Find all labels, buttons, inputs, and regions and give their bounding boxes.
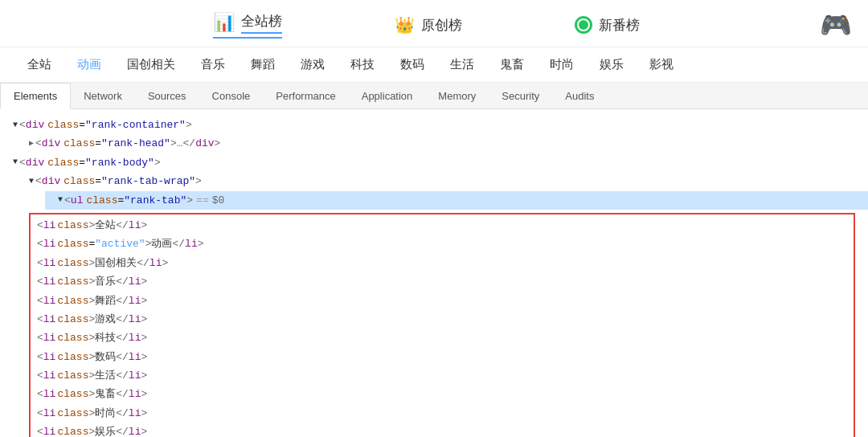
top-bar-item-all[interactable]: 📊 全站榜: [213, 12, 282, 39]
list-item-entertainment: <li class > 娱乐 </li>: [37, 423, 847, 437]
list-item-tech: <li class > 科技 </li>: [37, 329, 847, 347]
devtools-tabs: Elements Network Sources Console Perform…: [0, 83, 868, 109]
top-bar-label-original: 原创榜: [421, 16, 462, 35]
list-item-dance: <li class > 舞蹈 </li>: [37, 292, 847, 310]
tab-elements[interactable]: Elements: [0, 83, 71, 109]
circle-icon: [575, 16, 592, 34]
list-item-guochuang: <li class > 国创相关 </li>: [37, 254, 847, 272]
list-item-music: <li class > 音乐 </li>: [37, 272, 847, 291]
top-bar: 📊 全站榜 👑 原创榜 新番榜 🎮: [0, 0, 868, 47]
code-line-1: ▼ <div class="rank-container" >: [13, 116, 855, 134]
list-item-digital: <li class > 数码 </li>: [37, 348, 847, 366]
cat-game[interactable]: 游戏: [297, 55, 328, 74]
tab-security[interactable]: Security: [489, 84, 552, 108]
list-item-all: <li class > 全站 </li>: [37, 216, 847, 235]
triangle-icon-3[interactable]: ▼: [13, 155, 18, 169]
cat-anime[interactable]: 动画: [74, 55, 104, 74]
top-bar-item-new[interactable]: 新番榜: [575, 16, 640, 35]
tab-console[interactable]: Console: [199, 84, 264, 108]
tab-application[interactable]: Application: [349, 84, 426, 108]
list-item-fashion: <li class > 时尚 </li>: [37, 404, 847, 423]
tab-network[interactable]: Network: [71, 84, 135, 108]
cat-dance[interactable]: 舞蹈: [248, 55, 278, 74]
list-item-game: <li class > 游戏 </li>: [37, 310, 847, 329]
cat-tech[interactable]: 科技: [347, 55, 378, 74]
top-bar-item-original[interactable]: 👑 原创榜: [395, 15, 462, 35]
cat-music[interactable]: 音乐: [198, 55, 228, 74]
triangle-icon-5[interactable]: ▼: [58, 193, 63, 207]
list-item-ghost: <li class > 鬼畜 </li>: [37, 385, 847, 403]
triangle-icon-2[interactable]: ▶: [29, 137, 34, 151]
cat-fashion[interactable]: 时尚: [547, 55, 577, 74]
list-item-life: <li class > 生活 </li>: [37, 366, 847, 385]
cat-guochuang[interactable]: 国创相关: [124, 55, 178, 74]
tab-audits[interactable]: Audits: [552, 84, 607, 108]
crown-icon: 👑: [395, 15, 415, 35]
cat-entertainment[interactable]: 娱乐: [596, 55, 627, 74]
triangle-icon-4[interactable]: ▼: [29, 174, 34, 189]
code-line-3: ▼ <div class="rank-body" >: [13, 153, 855, 172]
cat-digital[interactable]: 数码: [397, 55, 428, 74]
code-line-4: ▼ <div class="rank-tab-wrap" >: [29, 172, 855, 190]
avatar-icon[interactable]: 🎮: [820, 10, 852, 40]
cat-all[interactable]: 全站: [24, 55, 55, 74]
red-box-list: <li class > 全站 </li> <li class="active" …: [29, 213, 855, 437]
top-bar-label-new: 新番榜: [599, 16, 640, 35]
cat-film[interactable]: 影视: [646, 55, 677, 74]
code-panel: ▼ <div class="rank-container" > ▶ <div c…: [0, 109, 868, 437]
cat-ghost[interactable]: 鬼畜: [497, 55, 527, 74]
code-line-2: ▶ <div class="rank-head" > … </div>: [29, 134, 855, 153]
top-bar-label-all: 全站榜: [241, 12, 282, 34]
list-item-anime: <li class="active" > 动画 </li>: [37, 235, 847, 253]
code-line-5-selected[interactable]: ▼ <ul class="rank-tab" > == $0: [45, 191, 868, 210]
tab-memory[interactable]: Memory: [425, 84, 489, 108]
triangle-icon-1[interactable]: ▼: [13, 118, 18, 133]
bar-chart-icon: 📊: [213, 12, 235, 33]
tab-performance[interactable]: Performance: [263, 84, 348, 108]
cat-life[interactable]: 生活: [447, 55, 477, 74]
category-nav: 全站 动画 国创相关 音乐 舞蹈 游戏 科技 数码 生活 鬼畜 时尚 娱乐 影视: [0, 47, 868, 83]
tab-sources[interactable]: Sources: [135, 84, 199, 108]
